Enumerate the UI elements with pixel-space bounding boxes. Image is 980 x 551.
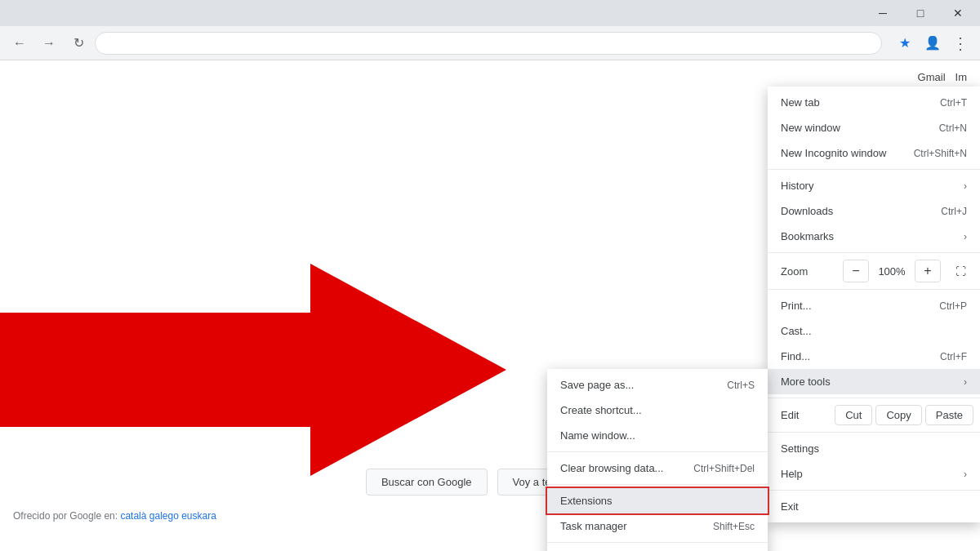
menu-divider-6	[768, 490, 980, 491]
menu-find[interactable]: Find... Ctrl+F	[768, 344, 980, 369]
maximize-button[interactable]: □	[902, 0, 939, 26]
minimize-button[interactable]: ─	[864, 0, 902, 26]
menu-exit[interactable]: Exit	[768, 494, 980, 519]
submenu-divider-3	[547, 542, 768, 543]
red-arrow	[0, 264, 506, 476]
svg-marker-0	[0, 264, 506, 476]
submenu-developer-tools[interactable]: Developer tools Ctrl+Shift+I	[547, 546, 768, 551]
chrome-menu: New tab Ctrl+T New window Ctrl+N New Inc…	[768, 87, 980, 522]
menu-new-window[interactable]: New window Ctrl+N	[768, 115, 980, 140]
submenu-divider-1	[547, 451, 768, 452]
submenu-task-manager[interactable]: Task manager Shift+Esc	[547, 513, 768, 539]
menu-cast[interactable]: Cast...	[768, 318, 980, 344]
submenu-save-page[interactable]: Save page as... Ctrl+S	[547, 372, 768, 398]
submenu-extensions[interactable]: Extensions	[547, 488, 768, 513]
submenu-divider-2	[547, 484, 768, 485]
menu-history[interactable]: History ›	[768, 173, 980, 198]
chrome-menu-button[interactable]: ⋮	[947, 30, 973, 56]
menu-more-tools[interactable]: More tools › Save page as... Ctrl+S Crea…	[768, 369, 980, 394]
reload-button[interactable]: ↻	[65, 30, 91, 56]
gmail-link[interactable]: Gmail	[918, 71, 946, 83]
zoom-value: 100%	[872, 265, 911, 278]
account-icon[interactable]: 👤	[920, 30, 946, 56]
zoom-fullscreen-button[interactable]: ⛶	[947, 260, 973, 282]
paste-button[interactable]: Paste	[925, 405, 973, 425]
menu-print[interactable]: Print... Ctrl+P	[768, 293, 980, 318]
submenu-name-window[interactable]: Name window...	[547, 423, 768, 448]
address-bar[interactable]	[95, 32, 882, 55]
euskara-link[interactable]: euskara	[181, 510, 216, 522]
copy-button[interactable]: Copy	[875, 405, 921, 425]
title-bar: ─ □ ✕	[0, 0, 980, 26]
offered-text: Ofrecido por Google en: català galego eu…	[13, 510, 216, 522]
menu-divider-1	[768, 169, 980, 170]
submenu-clear-browsing[interactable]: Clear browsing data... Ctrl+Shift+Del	[547, 455, 768, 481]
page-content: Gmail Im Buscar con Google Voy a tener s…	[0, 60, 980, 551]
menu-downloads[interactable]: Downloads Ctrl+J	[768, 198, 980, 224]
menu-settings[interactable]: Settings	[768, 436, 980, 461]
forward-button[interactable]: →	[36, 30, 62, 56]
images-link[interactable]: Im	[956, 71, 967, 83]
menu-bookmarks[interactable]: Bookmarks ›	[768, 224, 980, 249]
zoom-plus-button[interactable]: +	[915, 260, 941, 282]
close-button[interactable]: ✕	[939, 0, 977, 26]
bookmark-icon[interactable]: ★	[892, 30, 918, 56]
menu-divider-2	[768, 252, 980, 253]
browser-toolbar: ← → ↻ ★ 👤 ⋮	[0, 26, 980, 60]
galego-link[interactable]: galego	[149, 510, 179, 522]
menu-new-tab[interactable]: New tab Ctrl+T	[768, 90, 980, 115]
zoom-row: Zoom − 100% + ⛶	[768, 256, 980, 286]
search-button[interactable]: Buscar con Google	[366, 469, 488, 495]
menu-divider-3	[768, 289, 980, 290]
zoom-minus-button[interactable]: −	[843, 260, 869, 282]
menu-divider-5	[768, 432, 980, 433]
menu-divider-4	[768, 398, 980, 398]
menu-new-incognito[interactable]: New Incognito window Ctrl+Shift+N	[768, 140, 980, 166]
toolbar-right: ★ 👤 ⋮	[892, 30, 973, 56]
edit-row: Edit Cut Copy Paste	[768, 402, 980, 429]
catala-link[interactable]: català	[120, 510, 146, 522]
more-tools-submenu: Save page as... Ctrl+S Create shortcut..…	[547, 369, 768, 551]
cut-button[interactable]: Cut	[835, 405, 872, 425]
menu-help[interactable]: Help ›	[768, 461, 980, 487]
back-button[interactable]: ←	[7, 30, 33, 56]
submenu-create-shortcut[interactable]: Create shortcut...	[547, 398, 768, 423]
